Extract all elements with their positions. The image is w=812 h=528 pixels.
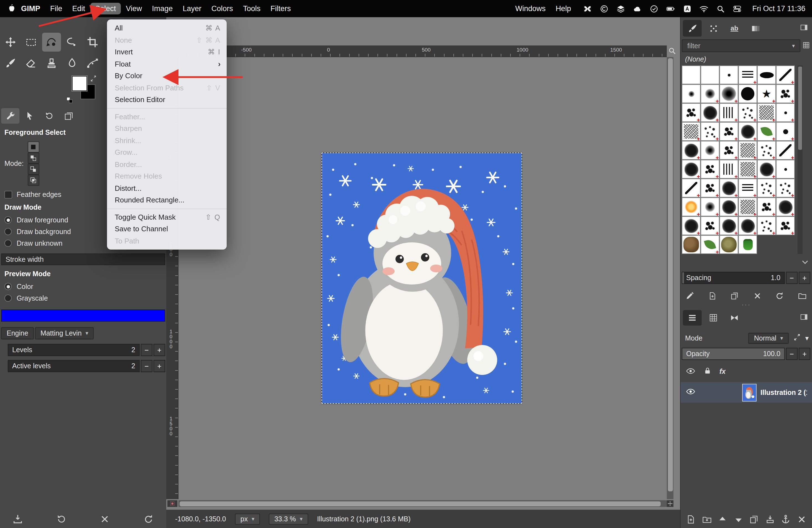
levels-decrement-button[interactable] — [141, 344, 153, 356]
brush-swatch[interactable]: + — [738, 197, 757, 216]
brush-swatch[interactable] — [720, 66, 738, 84]
vertical-scrollbar-thumb[interactable] — [668, 58, 672, 491]
paths-tool-button[interactable] — [83, 54, 102, 73]
brush-swatch[interactable]: + — [757, 103, 776, 122]
brush-grid-scrollbar-thumb[interactable] — [798, 67, 802, 150]
menubar-item-help[interactable]: Help — [551, 3, 576, 14]
menu-item-all[interactable]: All⌘ A — [107, 22, 227, 34]
brush-swatch[interactable] — [682, 235, 700, 254]
fonts-tab-button[interactable]: ab — [725, 20, 744, 37]
levels-slider[interactable]: Levels 2 — [8, 344, 140, 356]
radio-dot[interactable] — [4, 283, 12, 290]
brush-swatch[interactable]: + — [720, 216, 738, 235]
unit-select[interactable]: px ▾ — [235, 513, 260, 524]
brush-swatch[interactable]: + — [776, 122, 795, 141]
brush-swatch[interactable]: + — [776, 103, 795, 122]
cloud-icon[interactable] — [633, 4, 642, 13]
opacity-increment-button[interactable] — [799, 348, 810, 360]
radio-dot[interactable] — [4, 295, 12, 302]
spacing-decrement-button[interactable] — [786, 272, 798, 284]
brush-swatch[interactable]: + — [738, 160, 757, 179]
input-source-icon[interactable] — [683, 4, 692, 13]
canvas-image[interactable] — [322, 153, 522, 403]
engine-select[interactable]: Matting Levin ▾ — [35, 327, 94, 339]
lower-layer-icon[interactable] — [733, 514, 743, 524]
intersect-mode-button[interactable] — [28, 175, 39, 186]
visibility-eye-icon[interactable] — [686, 366, 696, 376]
crop-tool-button[interactable] — [83, 33, 102, 52]
brush-swatch[interactable] — [738, 84, 757, 103]
c-circle-icon[interactable] — [600, 4, 609, 13]
brush-swatch[interactable]: ★+ — [757, 84, 776, 103]
foreground-color-swatch[interactable] — [72, 76, 87, 91]
refresh-brushes-icon[interactable] — [775, 291, 785, 300]
brush-swatch[interactable]: + — [757, 216, 776, 235]
menu-item-distort[interactable]: Distort... — [107, 182, 227, 194]
apple-icon[interactable] — [6, 3, 16, 13]
duplicate-brush-icon[interactable] — [730, 291, 739, 300]
chevron-down-icon[interactable]: ▾ — [805, 334, 809, 342]
delete-tool-preset-icon[interactable] — [100, 514, 111, 525]
gradients-tab-button[interactable] — [746, 20, 765, 37]
horizontal-scrollbar-thumb[interactable] — [179, 501, 661, 506]
add-mode-button[interactable] — [28, 153, 39, 163]
menubar-item-view[interactable]: View — [121, 3, 147, 14]
brush-swatch[interactable]: + — [776, 66, 795, 84]
save-tool-preset-icon[interactable] — [12, 514, 23, 525]
open-brush-icon[interactable] — [798, 291, 807, 300]
preview-color-bar[interactable] — [1, 310, 165, 322]
spacing-slider[interactable]: Spacing 1.0 — [682, 272, 785, 284]
vertical-scrollbar[interactable] — [667, 57, 673, 499]
undo-history-tab-button[interactable] — [40, 108, 58, 124]
brush-swatch[interactable]: + — [700, 141, 720, 160]
brush-swatch[interactable]: + — [700, 216, 720, 235]
brush-swatch[interactable]: + — [776, 179, 795, 197]
opacity-decrement-button[interactable] — [786, 348, 798, 360]
smudge-tool-button[interactable] — [63, 54, 82, 73]
brush-swatch[interactable]: + — [700, 179, 720, 197]
new-brush-icon[interactable] — [708, 291, 717, 300]
brush-swatch[interactable]: + — [757, 179, 776, 197]
navigation-button[interactable] — [667, 500, 673, 507]
brush-swatch[interactable] — [757, 66, 776, 84]
duplicate-layer-icon[interactable] — [749, 514, 759, 524]
search-icon[interactable] — [716, 4, 725, 13]
checkbox-box[interactable] — [4, 191, 12, 199]
replace-mode-button[interactable] — [28, 141, 39, 153]
brush-grid-scrollbar[interactable] — [798, 66, 802, 254]
brush-swatch[interactable]: + — [720, 197, 738, 216]
menubar-item-image[interactable]: Image — [147, 3, 178, 14]
brush-swatch[interactable]: + — [682, 197, 700, 216]
raise-layer-icon[interactable] — [717, 514, 728, 524]
zoom-tool-icon[interactable] — [668, 46, 676, 55]
brush-swatch[interactable]: + — [776, 141, 795, 160]
layer-row[interactable]: Illustration 2 (1 — [681, 382, 812, 403]
move-tool-button[interactable] — [1, 33, 20, 52]
patterns-tab-button[interactable] — [704, 20, 723, 37]
brush-swatch[interactable] — [776, 160, 795, 179]
chevron-down-icon[interactable] — [800, 257, 810, 267]
brush-swatch[interactable]: + — [682, 160, 700, 179]
brush-swatch[interactable]: + — [738, 179, 757, 197]
menubar-item-colors[interactable]: Colors — [206, 3, 238, 14]
brush-swatch[interactable]: + — [776, 197, 795, 216]
restore-tool-preset-icon[interactable] — [56, 514, 67, 525]
fx-label[interactable]: fx — [720, 368, 726, 375]
new-layer-group-icon[interactable] — [701, 514, 712, 524]
radio-color[interactable]: Color — [4, 281, 162, 292]
radio-dot[interactable] — [4, 240, 12, 247]
menubar-item-edit[interactable]: Edit — [67, 3, 90, 14]
channels-tab-button[interactable] — [704, 310, 723, 326]
panel-resize-handle[interactable]: ··· — [681, 302, 812, 307]
rectangle-select-tool-button[interactable] — [21, 33, 41, 52]
radio-grayscale[interactable]: Grayscale — [4, 292, 162, 304]
brush-swatch[interactable]: + — [757, 197, 776, 216]
menu-item-toggle-quick-mask[interactable]: Toggle Quick Mask⇧ Q — [107, 211, 227, 223]
brush-swatch[interactable]: + — [682, 103, 700, 122]
levels-increment-button[interactable] — [154, 344, 165, 356]
brush-filter-input[interactable]: filter ▾ — [682, 39, 800, 52]
menubar-item-layer[interactable]: Layer — [178, 3, 206, 14]
menubar-item-tools[interactable]: Tools — [238, 3, 265, 14]
brush-swatch[interactable]: + — [682, 141, 700, 160]
menu-item-float[interactable]: Float› — [107, 58, 227, 70]
